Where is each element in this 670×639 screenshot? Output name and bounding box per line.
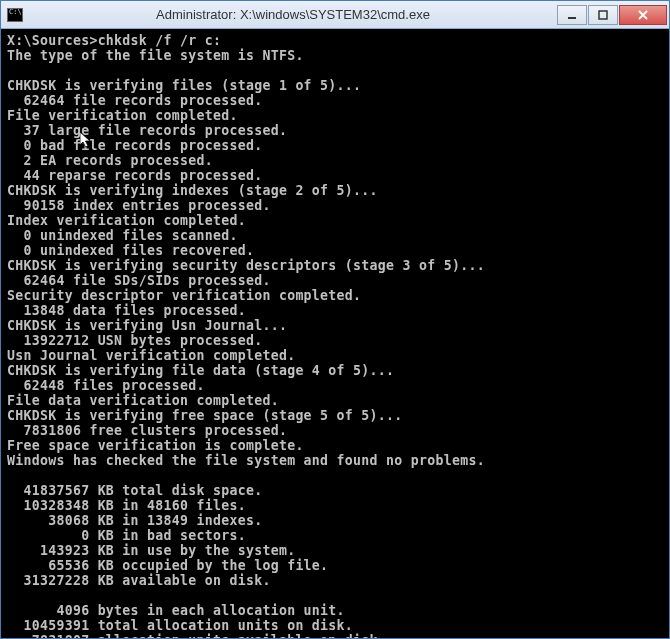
close-button[interactable] <box>619 5 667 25</box>
cmd-icon: C:\ <box>7 8 23 22</box>
terminal-line: 13922712 USN bytes processed. <box>7 333 663 348</box>
terminal-line: 10328348 KB in 48160 files. <box>7 498 663 513</box>
terminal-line: Free space verification is complete. <box>7 438 663 453</box>
terminal-line: File data verification completed. <box>7 393 663 408</box>
titlebar[interactable]: C:\ Administrator: X:\windows\SYSTEM32\c… <box>1 1 669 29</box>
terminal-line <box>7 588 663 603</box>
terminal-line: The type of the file system is NTFS. <box>7 48 663 63</box>
terminal-line: Windows has checked the file system and … <box>7 453 663 468</box>
terminal-line: 0 bad file records processed. <box>7 138 663 153</box>
terminal-line: Security descriptor verification complet… <box>7 288 663 303</box>
terminal-output[interactable]: X:\Sources>chkdsk /f /r c:The type of th… <box>1 29 669 638</box>
terminal-line: 37 large file records processed. <box>7 123 663 138</box>
window-controls <box>557 5 667 25</box>
cmd-window: C:\ Administrator: X:\windows\SYSTEM32\c… <box>0 0 670 639</box>
terminal-line: 4096 bytes in each allocation unit. <box>7 603 663 618</box>
terminal-line: 62464 file records processed. <box>7 93 663 108</box>
terminal-line: 44 reparse records processed. <box>7 168 663 183</box>
terminal-line: Usn Journal verification completed. <box>7 348 663 363</box>
terminal-line: 10459391 total allocation units on disk. <box>7 618 663 633</box>
terminal-line: 7831806 free clusters processed. <box>7 423 663 438</box>
window-title: Administrator: X:\windows\SYSTEM32\cmd.e… <box>29 7 557 22</box>
minimize-button[interactable] <box>557 5 587 25</box>
svg-rect-1 <box>599 11 607 19</box>
terminal-line: 7831807 allocation units available on di… <box>7 633 663 638</box>
terminal-line: X:\Sources>chkdsk /f /r c: <box>7 33 663 48</box>
terminal-line: 143923 KB in use by the system. <box>7 543 663 558</box>
terminal-line: 2 EA records processed. <box>7 153 663 168</box>
terminal-line: CHKDSK is verifying files (stage 1 of 5)… <box>7 78 663 93</box>
terminal-line: 65536 KB occupied by the log file. <box>7 558 663 573</box>
terminal-line: CHKDSK is verifying indexes (stage 2 of … <box>7 183 663 198</box>
terminal-line: File verification completed. <box>7 108 663 123</box>
maximize-button[interactable] <box>588 5 618 25</box>
terminal-line: 0 KB in bad sectors. <box>7 528 663 543</box>
terminal-line <box>7 468 663 483</box>
terminal-line: 38068 KB in 13849 indexes. <box>7 513 663 528</box>
terminal-line: 41837567 KB total disk space. <box>7 483 663 498</box>
terminal-line: CHKDSK is verifying free space (stage 5 … <box>7 408 663 423</box>
terminal-line: 0 unindexed files scanned. <box>7 228 663 243</box>
terminal-line: 90158 index entries processed. <box>7 198 663 213</box>
terminal-line: CHKDSK is verifying security descriptors… <box>7 258 663 273</box>
terminal-line: 0 unindexed files recovered. <box>7 243 663 258</box>
terminal-line: 13848 data files processed. <box>7 303 663 318</box>
svg-rect-0 <box>568 17 576 19</box>
terminal-line: CHKDSK is verifying file data (stage 4 o… <box>7 363 663 378</box>
terminal-line: Index verification completed. <box>7 213 663 228</box>
terminal-line: 62448 files processed. <box>7 378 663 393</box>
terminal-line <box>7 63 663 78</box>
terminal-line: CHKDSK is verifying Usn Journal... <box>7 318 663 333</box>
terminal-line: 31327228 KB available on disk. <box>7 573 663 588</box>
terminal-line: 62464 file SDs/SIDs processed. <box>7 273 663 288</box>
